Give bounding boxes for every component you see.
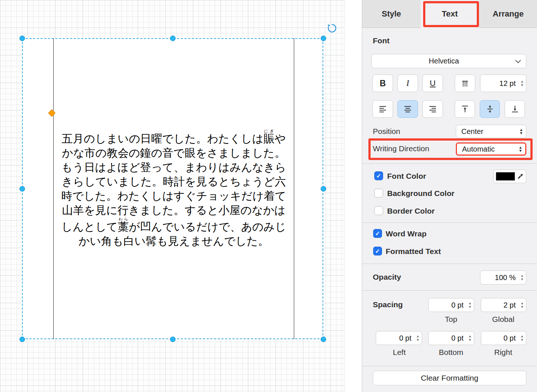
ruby-text: わら <box>118 217 129 222</box>
align-right-button[interactable] <box>422 100 443 118</box>
spacing-right-stepper[interactable]: ▲▼ <box>520 335 524 341</box>
tab-text[interactable]: Text <box>421 0 479 28</box>
spacing-left-label: Left <box>393 348 406 357</box>
font-size-stepper[interactable]: ▲▼ <box>520 80 524 87</box>
vertical-text-icon <box>461 79 469 88</box>
stepper-up-icon[interactable]: ▲ <box>520 80 524 83</box>
font-color-swatch[interactable] <box>496 172 515 181</box>
valign-bottom-icon <box>511 105 519 113</box>
writing-direction-value: Automatic <box>457 145 519 153</box>
text-line: かな市の教会の鐘の音で眼をさましました。 <box>62 146 285 160</box>
spacing-bottom-value: 0 pt <box>451 334 464 342</box>
eyedropper-icon[interactable] <box>517 173 523 180</box>
valign-bottom-button[interactable] <box>505 100 525 118</box>
resize-handle-bottom-center[interactable] <box>170 337 176 342</box>
align-right-icon <box>428 105 437 113</box>
ruby-base: 藁 <box>118 220 129 233</box>
align-left-icon <box>378 105 387 113</box>
align-left-button[interactable] <box>372 100 393 118</box>
checkmark-icon: ✓ <box>375 230 380 237</box>
opacity-value: 100 % <box>495 273 516 282</box>
spacing-bottom-stepper[interactable]: ▲▼ <box>468 335 472 341</box>
spacing-top-stepper[interactable]: ▲▼ <box>468 302 472 308</box>
font-color-checkbox[interactable]: ✓ <box>374 171 383 180</box>
italic-button[interactable]: I <box>397 75 418 92</box>
bold-label: B <box>380 79 386 88</box>
text-line: きらしていました。時計を見るとちょうど六 <box>62 174 286 189</box>
stepper-down-icon[interactable]: ▼ <box>520 278 524 281</box>
stepper-up-icon[interactable]: ▲ <box>416 335 419 338</box>
spacing-right-input[interactable]: 0 pt ▲▼ <box>481 331 526 345</box>
spacing-global-stepper[interactable]: ▲▼ <box>520 302 524 308</box>
spacing-left-stepper[interactable]: ▲▼ <box>416 335 419 341</box>
opacity-input[interactable]: 100 % ▲▼ <box>480 271 526 284</box>
spacing-bottom-input[interactable]: 0 pt ▲▼ <box>428 331 474 345</box>
stepper-up-icon[interactable]: ▲ <box>520 274 524 277</box>
position-select[interactable]: Center ▲▼ <box>456 125 526 138</box>
spacing-top-input[interactable]: 0 pt ▲▼ <box>428 298 474 312</box>
word-wrap-checkbox[interactable]: ✓ <box>373 229 382 238</box>
align-center-icon <box>403 105 412 113</box>
tab-style[interactable]: Style <box>362 0 421 28</box>
stepper-up-icon[interactable]: ▲ <box>520 302 524 305</box>
section-divider <box>362 222 537 223</box>
stepper-down-icon[interactable]: ▼ <box>468 338 472 341</box>
spacing-left-value: 0 pt <box>399 334 411 342</box>
text-line: 時でした。わたくしはすぐチョッキだけ着て <box>61 189 286 203</box>
position-value: Center <box>456 127 519 136</box>
clear-formatting-button[interactable]: Clear Formatting <box>373 371 526 385</box>
resize-handle-bottom-left[interactable] <box>19 337 25 342</box>
spacing-global-input[interactable]: 2 pt ▲▼ <box>481 298 526 312</box>
stepper-down-icon[interactable]: ▼ <box>520 305 524 308</box>
section-divider <box>362 264 537 264</box>
stepper-down-icon[interactable]: ▼ <box>468 305 472 308</box>
spacing-heading: Spacing <box>373 300 403 309</box>
resize-handle-middle-right[interactable] <box>321 186 326 192</box>
font-size-value: 12 pt <box>500 79 516 88</box>
align-center-button[interactable] <box>397 100 418 118</box>
bold-button[interactable]: B <box>372 75 393 92</box>
select-arrows-icon: ▲▼ <box>519 146 522 152</box>
textbox-text[interactable]: 五月のしまいの日曜でした。わたくしは賑にぎや かな市の教会の鐘の音で眼をさましま… <box>54 38 294 339</box>
text-line: しんとして藁わらが凹んでいるだけで、あのみじ <box>61 217 286 234</box>
tab-arrange[interactable]: Arrange <box>479 0 537 28</box>
font-family-select[interactable]: Helvetica <box>371 54 526 68</box>
underline-button[interactable]: U <box>422 75 443 92</box>
stepper-up-icon[interactable]: ▲ <box>468 302 472 305</box>
canvas-gutter <box>344 0 362 392</box>
text-segment: 五月のしまいの日曜でした。わたくしは <box>62 132 263 145</box>
formatted-text-checkbox[interactable]: ✓ <box>373 247 382 255</box>
text-segment: や <box>274 132 286 145</box>
checkmark-icon: ✓ <box>375 248 380 255</box>
stepper-up-icon[interactable]: ▲ <box>520 335 524 338</box>
writing-direction-select[interactable]: Automatic ▲▼ <box>456 142 526 156</box>
vertical-text-button[interactable] <box>455 75 475 92</box>
resize-handle-middle-left[interactable] <box>19 186 25 192</box>
rotate-handle[interactable] <box>327 23 337 33</box>
stepper-up-icon[interactable]: ▲ <box>468 335 472 338</box>
formatted-text-label: Formatted Text <box>386 247 441 256</box>
textbox-right-border <box>294 38 294 339</box>
app-window: 五月のしまいの日曜でした。わたくしは賑にぎや かな市の教会の鐘の音で眼をさましま… <box>0 0 537 392</box>
stepper-down-icon[interactable]: ▼ <box>520 84 524 87</box>
resize-handle-top-right[interactable] <box>321 36 326 41</box>
stepper-down-icon[interactable]: ▼ <box>520 338 524 341</box>
valign-top-button[interactable] <box>455 100 475 118</box>
resize-handle-bottom-right[interactable] <box>321 337 326 342</box>
font-color-swatch-group[interactable] <box>493 170 526 183</box>
stepper-down-icon[interactable]: ▼ <box>416 338 419 341</box>
resize-handle-top-left[interactable] <box>19 36 25 41</box>
background-color-checkbox[interactable] <box>374 189 383 197</box>
spacing-left-input[interactable]: 0 pt ▲▼ <box>376 331 422 345</box>
section-divider <box>362 163 537 164</box>
ruby-annotation: 藁わら <box>118 220 129 233</box>
select-arrows-icon: ▲▼ <box>519 128 523 135</box>
opacity-stepper[interactable]: ▲▼ <box>520 274 524 281</box>
font-size-input[interactable]: 12 pt ▲▼ <box>480 75 526 92</box>
border-color-checkbox[interactable] <box>374 206 383 215</box>
valign-middle-button[interactable] <box>480 100 500 118</box>
drawing-canvas[interactable]: 五月のしまいの日曜でした。わたくしは賑にぎや かな市の教会の鐘の音で眼をさましま… <box>0 0 362 392</box>
writing-direction-label: Writing Direction <box>373 144 429 153</box>
checkmark-icon: ✓ <box>376 173 381 179</box>
resize-handle-top-center[interactable] <box>170 36 176 41</box>
